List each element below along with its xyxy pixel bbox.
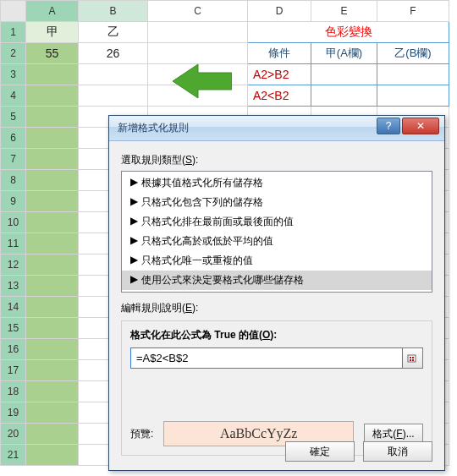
cell[interactable] — [148, 43, 248, 64]
cell[interactable] — [148, 85, 248, 107]
dialog-titlebar[interactable]: 新增格式化規則 ? ✕ — [109, 116, 444, 141]
col-header-f[interactable]: F — [377, 1, 449, 22]
row-header[interactable]: 20 — [1, 424, 26, 445]
cell[interactable] — [148, 22, 248, 43]
row-header[interactable]: 19 — [1, 402, 26, 424]
cell[interactable] — [148, 64, 248, 85]
row-header[interactable]: 16 — [1, 339, 26, 360]
rule-type-item[interactable]: ▶ 只格式化排在最前面或最後面的值 — [122, 212, 432, 232]
row-header[interactable]: 21 — [1, 445, 26, 466]
cell-a1[interactable]: 甲 — [26, 22, 79, 43]
rule-type-listbox[interactable]: ▶ 根據其值格式化所有儲存格 ▶ 只格式化包含下列的儲存格 ▶ 只格式化排在最前… — [121, 171, 432, 293]
cell-a2[interactable]: 55 — [26, 43, 79, 64]
row-header[interactable]: 14 — [1, 297, 26, 318]
preview-label: 預覽: — [130, 427, 153, 441]
row-header[interactable]: 12 — [1, 254, 26, 276]
cell[interactable] — [26, 276, 79, 297]
formula-label: 格式化在此公式為 True 的值(O): — [130, 328, 423, 342]
row-header[interactable]: 7 — [1, 149, 26, 170]
rule-type-item[interactable]: ▶ 根據其值格式化所有儲存格 — [122, 173, 432, 193]
edit-rule-label: 編輯規則說明(E): — [121, 301, 432, 315]
cell[interactable] — [26, 297, 79, 318]
help-button[interactable]: ? — [377, 118, 400, 134]
select-all-corner[interactable] — [1, 1, 26, 22]
row-header[interactable]: 10 — [1, 212, 26, 233]
range-selector-icon — [407, 353, 419, 364]
cell[interactable] — [79, 64, 148, 85]
svg-rect-2 — [410, 357, 411, 358]
cell-b2[interactable]: 26 — [79, 43, 148, 64]
row-header[interactable]: 5 — [1, 107, 26, 128]
svg-rect-5 — [412, 359, 414, 361]
col-header-b[interactable]: B — [79, 1, 148, 22]
cell[interactable] — [26, 191, 79, 212]
palette-header-cola: 甲(A欄) — [311, 43, 377, 64]
row-header[interactable]: 18 — [1, 381, 26, 402]
palette-sample — [377, 85, 449, 107]
close-icon: ✕ — [416, 120, 425, 132]
col-header-c[interactable]: C — [148, 1, 248, 22]
row-header[interactable]: 2 — [1, 43, 26, 64]
close-button[interactable]: ✕ — [402, 118, 439, 134]
row-header[interactable]: 1 — [1, 22, 26, 43]
palette-cond-2: A2<B2 — [248, 85, 311, 107]
cell[interactable] — [26, 381, 79, 402]
cancel-button[interactable]: 取消 — [363, 441, 432, 462]
rule-edit-group: 格式化在此公式為 True 的值(O): 預覽: AaBbCcYyZz — [121, 320, 432, 456]
rule-type-label: 選取規則類型(S): — [121, 153, 432, 167]
cell-b1[interactable]: 乙 — [79, 22, 148, 43]
cell[interactable] — [26, 128, 79, 149]
row-header[interactable]: 6 — [1, 128, 26, 149]
svg-rect-1 — [408, 355, 416, 362]
rule-type-item-selected[interactable]: ▶ 使用公式來決定要格式化哪些儲存格 — [122, 271, 432, 290]
svg-rect-4 — [410, 359, 411, 361]
row-header[interactable]: 13 — [1, 276, 26, 297]
cell[interactable] — [26, 360, 79, 381]
row-header[interactable]: 9 — [1, 191, 26, 212]
ok-button[interactable]: 確定 — [285, 441, 355, 462]
new-formatting-rule-dialog: 新增格式化規則 ? ✕ 選取規則類型(S): ▶ 根據其值格式化所有儲存格 ▶ … — [108, 115, 445, 471]
palette-sample — [311, 85, 377, 107]
formula-input[interactable] — [130, 347, 403, 369]
cell[interactable] — [26, 318, 79, 339]
cell[interactable] — [26, 339, 79, 360]
cell[interactable] — [26, 170, 79, 191]
dialog-title: 新增格式化規則 — [118, 121, 189, 135]
row-header[interactable]: 15 — [1, 318, 26, 339]
cell[interactable] — [26, 149, 79, 170]
cell[interactable] — [26, 64, 79, 85]
row-header[interactable]: 11 — [1, 233, 26, 254]
cell[interactable] — [26, 107, 79, 128]
row-header[interactable]: 8 — [1, 170, 26, 191]
cell[interactable] — [26, 212, 79, 233]
rule-type-item[interactable]: ▶ 只格式化唯一或重複的值 — [122, 251, 432, 271]
cell[interactable] — [26, 402, 79, 424]
palette-cond-1: A2>B2 — [248, 64, 311, 85]
cell[interactable] — [26, 233, 79, 254]
row-header[interactable]: 17 — [1, 360, 26, 381]
help-icon: ? — [386, 120, 392, 132]
cell[interactable] — [79, 85, 148, 107]
range-selector-button[interactable] — [403, 347, 423, 369]
rule-type-item[interactable]: ▶ 只格式化高於或低於平均的值 — [122, 232, 432, 251]
palette-sample — [377, 64, 449, 85]
row-header[interactable]: 3 — [1, 64, 26, 85]
palette-header-cond: 條件 — [248, 43, 311, 64]
cell[interactable] — [26, 85, 79, 107]
palette-sample — [311, 64, 377, 85]
col-header-e[interactable]: E — [311, 1, 377, 22]
cell[interactable] — [26, 424, 79, 445]
col-header-a[interactable]: A — [26, 1, 79, 22]
col-header-d[interactable]: D — [248, 1, 311, 22]
cell[interactable] — [26, 254, 79, 276]
svg-rect-3 — [412, 357, 414, 358]
palette-title: 色彩變換 — [248, 22, 449, 43]
cell[interactable] — [26, 445, 79, 466]
palette-header-colb: 乙(B欄) — [377, 43, 449, 64]
row-header[interactable]: 4 — [1, 85, 26, 107]
rule-type-item[interactable]: ▶ 只格式化包含下列的儲存格 — [122, 193, 432, 212]
